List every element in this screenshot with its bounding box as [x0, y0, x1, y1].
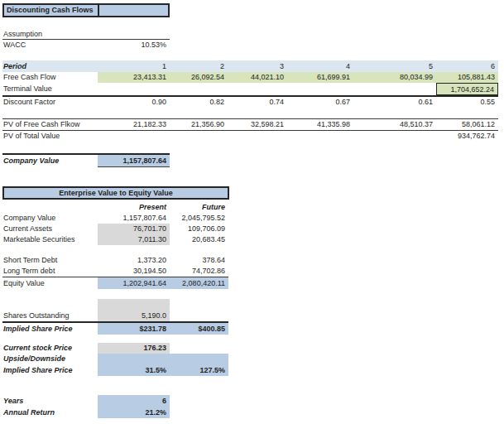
long-term-debt-label: Long Term debt	[2, 266, 97, 277]
current-assets-row: Current Assets 76,701.70 109,706.09	[0, 224, 504, 234]
pv-total-row: PV of Total Value 934,762.74	[0, 131, 504, 142]
sheet-title-box: Discounting Cash Flows	[2, 3, 170, 17]
terminal-value-cell[interactable]: 1,704,652.24	[436, 83, 498, 95]
bridge-company-value-present[interactable]: 1,157,807.64	[98, 213, 170, 224]
period-3-cell[interactable]: 3	[228, 60, 287, 72]
implied-upside-future[interactable]: 127.5%	[170, 364, 228, 376]
marketable-securities-present[interactable]: 7,011.30	[98, 234, 170, 245]
upside-downside-label: Upside/Downside	[2, 354, 97, 364]
pv-fcf-cell[interactable]: 21,182.33	[98, 119, 170, 130]
company-value-label: Company Value	[2, 155, 97, 167]
long-term-debt-present[interactable]: 30,194.50	[98, 266, 170, 277]
equity-bridge-title: Enterprise Value to Equity Value	[59, 189, 173, 197]
period-5-cell[interactable]: 5	[353, 60, 436, 72]
future-column-header: Future	[170, 202, 228, 213]
current-stock-price-cell[interactable]: 176.23	[98, 343, 170, 354]
period-6-cell[interactable]: 6	[436, 60, 498, 72]
fcf-value-cell[interactable]: 23,413.31	[98, 72, 170, 83]
fcf-value-cell[interactable]: 44,021.10	[228, 72, 287, 83]
pv-fcf-cell[interactable]: 21,356.90	[170, 119, 228, 130]
wacc-row: WACC 10.53%	[0, 40, 504, 51]
years-cell[interactable]: 6	[98, 395, 170, 407]
equity-bridge-title-box: Enterprise Value to Equity Value	[2, 186, 229, 200]
shares-outstanding-row: Shares Outstanding 5,190.0	[0, 310, 504, 321]
discount-factor-row: Discount Factor 0.90 0.82 0.74 0.67 0.61…	[0, 97, 504, 108]
fcf-value-cell[interactable]: 80,034.99	[353, 72, 436, 83]
fcf-value-cell[interactable]: 26,092.54	[170, 72, 228, 83]
implied-share-price-future[interactable]: $400.85	[170, 323, 228, 335]
years-label: Years	[2, 395, 97, 407]
short-term-debt-future[interactable]: 378.64	[170, 255, 228, 266]
period-1-cell[interactable]: 1	[98, 60, 170, 72]
wacc-label: WACC	[2, 40, 97, 51]
free-cash-flow-row: Free Cash Flow 23,413.31 26,092.54 44,02…	[0, 72, 504, 83]
current-stock-price-label: Current stock Price	[2, 343, 97, 354]
equity-value-present[interactable]: 1,202,941.64	[98, 277, 170, 289]
fcf-value-cell[interactable]: 61,699.91	[287, 72, 353, 83]
pv-total-label: PV of Total Value	[2, 131, 97, 142]
implied-upside-present[interactable]: 31.5%	[98, 364, 170, 376]
wacc-value-cell[interactable]: 10.53%	[98, 40, 170, 51]
current-assets-label: Current Assets	[2, 224, 97, 234]
implied-upside-label: Implied Share Price	[2, 364, 97, 376]
equity-value-label: Equity Value	[2, 277, 97, 289]
terminal-value-label: Terminal Value	[2, 83, 97, 95]
long-term-debt-future[interactable]: 74,702.86	[170, 266, 228, 277]
pv-total-cell[interactable]: 934,762.74	[436, 131, 498, 142]
implied-share-price-label: Implied Share Price	[2, 323, 97, 335]
empty-input-row	[0, 299, 504, 310]
company-value-cell[interactable]: 1,157,807.64	[98, 155, 170, 167]
terminal-value-row: Terminal Value 1,704,652.24	[0, 83, 504, 95]
short-term-debt-present[interactable]: 1,373.20	[98, 255, 170, 266]
bridge-company-value-label: Company Value	[2, 213, 97, 224]
bridge-company-value-future[interactable]: 2,045,795.52	[170, 213, 228, 224]
short-term-debt-row: Short Term Debt 1,373.20 378.64	[0, 255, 504, 266]
current-assets-present[interactable]: 76,701.70	[98, 224, 170, 234]
upside-downside-fill	[98, 354, 228, 364]
annual-return-row: Annual Return 21.2%	[0, 407, 504, 418]
shares-outstanding-cell[interactable]: 5,190.0	[98, 310, 170, 321]
implied-upside-row: Implied Share Price 31.5% 127.5%	[0, 364, 504, 376]
implied-share-price-row: Implied Share Price $231.78 $400.85	[0, 323, 504, 335]
equity-value-future[interactable]: 2,080,420.11	[170, 277, 228, 289]
discount-factor-cell[interactable]: 0.74	[228, 97, 287, 108]
period-row: Period 1 2 3 4 5 6	[0, 60, 504, 72]
current-assets-future[interactable]: 109,706.09	[170, 224, 228, 234]
discount-factor-cell[interactable]: 0.55	[436, 97, 498, 108]
fcf-label: Free Cash Flow	[2, 72, 97, 83]
pv-fcf-cell[interactable]: 48,510.37	[353, 119, 436, 130]
present-column-header: Present	[98, 202, 170, 213]
present-future-header-row: Present Future	[0, 202, 504, 213]
pv-fcf-cell[interactable]: 58,061.12	[436, 119, 498, 130]
annual-return-label: Annual Return	[2, 407, 97, 418]
marketable-securities-future[interactable]: 20,683.45	[170, 234, 228, 245]
period-2-cell[interactable]: 2	[170, 60, 228, 72]
bridge-company-value-row: Company Value 1,157,807.64 2,045,795.52	[0, 213, 504, 224]
discount-factor-cell[interactable]: 0.82	[170, 97, 228, 108]
pv-fcf-cell[interactable]: 41,335.98	[287, 119, 353, 130]
discount-factor-cell[interactable]: 0.61	[353, 97, 436, 108]
long-term-debt-row: Long Term debt 30,194.50 74,702.86	[0, 266, 504, 277]
title-box-divider	[98, 5, 99, 16]
annual-return-cell[interactable]: 21.2%	[98, 407, 170, 418]
discount-factor-cell[interactable]: 0.67	[287, 97, 353, 108]
discount-factor-cell[interactable]: 0.90	[98, 97, 170, 108]
period-label: Period	[2, 60, 97, 72]
equity-value-row: Equity Value 1,202,941.64 2,080,420.11	[0, 277, 504, 289]
pv-fcf-label: PV of Free Cash Flkow	[2, 119, 97, 130]
shares-outstanding-label: Shares Outstanding	[2, 310, 97, 321]
years-row: Years 6	[0, 395, 504, 407]
upside-downside-row: Upside/Downside	[0, 354, 504, 364]
company-value-row: Company Value 1,157,807.64	[0, 155, 504, 167]
fcf-value-cell[interactable]: 105,881.43	[436, 72, 498, 83]
period-4-cell[interactable]: 4	[287, 60, 353, 72]
implied-share-price-present[interactable]: $231.78	[98, 323, 170, 335]
marketable-securities-label: Marketable Securities	[2, 234, 97, 245]
sheet-title: Discounting Cash Flows	[7, 5, 94, 16]
marketable-securities-row: Marketable Securities 7,011.30 20,683.45	[0, 234, 504, 245]
empty-input-cell[interactable]	[98, 299, 170, 310]
discount-factor-label: Discount Factor	[2, 97, 97, 108]
pv-fcf-row: PV of Free Cash Flkow 21,182.33 21,356.9…	[0, 119, 504, 130]
pv-fcf-cell[interactable]: 32,598.21	[228, 119, 287, 130]
current-stock-price-row: Current stock Price 176.23	[0, 343, 504, 354]
